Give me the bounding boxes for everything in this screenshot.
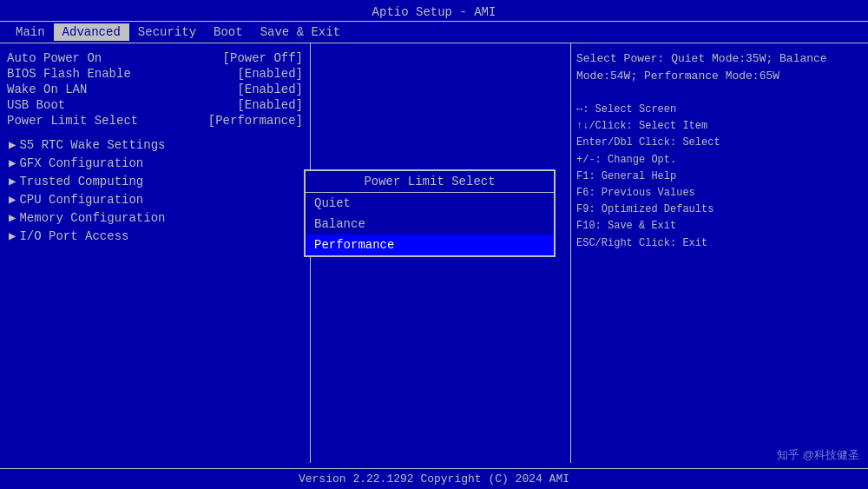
setting-label: Wake On LAN bbox=[7, 83, 87, 96]
menu-item-save-and-exit[interactable]: Save & Exit bbox=[252, 23, 349, 41]
menu-item-main[interactable]: Main bbox=[7, 23, 54, 41]
dropdown-option[interactable]: Balance bbox=[306, 214, 554, 235]
arrow-icon: ▶ bbox=[9, 174, 16, 188]
help-text: Select Power: Quiet Mode:35W; Balance Mo… bbox=[576, 50, 863, 84]
setting-value: [Enabled] bbox=[237, 83, 303, 96]
submenu-label: Memory Configuration bbox=[19, 211, 165, 225]
keys-section: ↔: Select Screen↑↓/Click: Select ItemEnt… bbox=[576, 102, 863, 252]
submenu-item[interactable]: ▶ I/O Port Access bbox=[5, 227, 305, 245]
menu-item-boot[interactable]: Boot bbox=[205, 23, 252, 41]
submenu-item[interactable]: ▶ Memory Configuration bbox=[5, 208, 305, 227]
menu-item-advanced[interactable]: Advanced bbox=[54, 23, 129, 41]
setting-row[interactable]: USB Boot[Enabled] bbox=[5, 97, 305, 113]
arrow-icon: ▶ bbox=[9, 228, 16, 243]
left-panel: Auto Power On[Power Off]BIOS Flash Enabl… bbox=[0, 43, 311, 463]
app-title: Aptio Setup - AMI bbox=[372, 5, 496, 19]
setting-row[interactable]: BIOS Flash Enable[Enabled] bbox=[5, 66, 305, 82]
watermark: 知乎 @科技健圣 bbox=[777, 447, 859, 463]
setting-row[interactable]: Auto Power On[Power Off] bbox=[5, 50, 305, 66]
setting-row[interactable]: Power Limit Select[Performance] bbox=[5, 113, 305, 129]
dropdown-option[interactable]: Performance bbox=[306, 235, 554, 255]
submenu-label: I/O Port Access bbox=[19, 229, 128, 243]
dropdown-title: Power Limit Select bbox=[306, 171, 554, 193]
setting-value: [Power Off] bbox=[223, 51, 303, 65]
submenu-label: GFX Configuration bbox=[19, 156, 143, 170]
right-panel: Select Power: Quiet Mode:35W; Balance Mo… bbox=[571, 43, 868, 463]
key-hint: ESC/Right Click: Exit bbox=[576, 235, 863, 252]
dropdown-popup[interactable]: Power Limit Select QuietBalancePerforman… bbox=[304, 169, 556, 257]
submenu-item[interactable]: ▶ GFX Configuration bbox=[5, 154, 305, 172]
key-hint: F9: Optimized Defaults bbox=[576, 202, 863, 218]
menu-bar: MainAdvancedSecurityBootSave & Exit bbox=[0, 21, 868, 43]
arrow-icon: ▶ bbox=[9, 155, 16, 170]
key-hint: F10: Save & Exit bbox=[576, 218, 863, 235]
setting-label: BIOS Flash Enable bbox=[7, 67, 131, 81]
key-hint: Enter/Dbl Click: Select bbox=[576, 135, 863, 151]
footer: Version 2.22.1292 Copyright (C) 2024 AMI bbox=[0, 468, 868, 489]
submenu-item[interactable]: ▶ S5 RTC Wake Settings bbox=[5, 135, 305, 154]
setting-row[interactable]: Wake On LAN[Enabled] bbox=[5, 82, 305, 97]
arrow-icon: ▶ bbox=[9, 137, 16, 152]
key-hint: F1: General Help bbox=[576, 169, 863, 185]
menu-item-security[interactable]: Security bbox=[129, 23, 205, 41]
setting-label: Auto Power On bbox=[7, 51, 102, 65]
arrow-icon: ▶ bbox=[9, 210, 16, 225]
title-bar: Aptio Setup - AMI bbox=[0, 0, 868, 21]
dropdown-option[interactable]: Quiet bbox=[306, 193, 554, 214]
key-hint: ↔: Select Screen bbox=[576, 102, 863, 118]
setting-label: USB Boot bbox=[7, 98, 65, 112]
key-hint: F6: Previous Values bbox=[576, 185, 863, 202]
submenu-label: Trusted Computing bbox=[19, 175, 143, 188]
arrow-icon: ▶ bbox=[9, 192, 16, 207]
setting-label: Power Limit Select bbox=[7, 114, 138, 128]
submenu-label: CPU Configuration bbox=[19, 193, 143, 207]
submenu-item[interactable]: ▶ CPU Configuration bbox=[5, 190, 305, 208]
submenu-item[interactable]: ▶ Trusted Computing bbox=[5, 172, 305, 190]
submenu-label: S5 RTC Wake Settings bbox=[19, 138, 165, 152]
footer-text: Version 2.22.1292 Copyright (C) 2024 AMI bbox=[299, 472, 569, 486]
key-hint: ↑↓/Click: Select Item bbox=[576, 118, 863, 135]
setting-value: [Performance] bbox=[208, 114, 303, 128]
key-hint: +/-: Change Opt. bbox=[576, 152, 863, 169]
setting-value: [Enabled] bbox=[237, 67, 303, 81]
setting-value: [Enabled] bbox=[237, 98, 303, 112]
